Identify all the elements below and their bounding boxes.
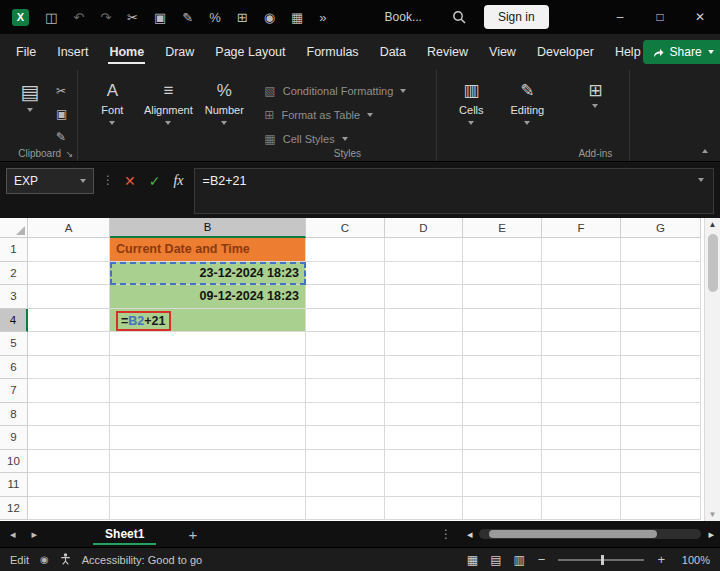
cell-A12[interactable] — [28, 497, 110, 521]
share-button[interactable]: Share — [643, 40, 720, 64]
format-as-table-button[interactable]: ⊞Format as Table — [264, 104, 430, 125]
save-icon[interactable]: ◫ — [45, 11, 57, 24]
tab-view[interactable]: View — [487, 35, 518, 69]
cell-F11[interactable] — [542, 473, 621, 497]
minimize-button[interactable]: – — [600, 0, 640, 34]
row-header-6[interactable]: 6 — [0, 356, 28, 380]
cell-B4[interactable]: =B2+21 — [110, 309, 306, 333]
cell-G7[interactable] — [621, 379, 701, 403]
collapse-ribbon-icon[interactable] — [702, 149, 708, 153]
cut-icon[interactable]: ✂ — [127, 11, 138, 24]
row-header-12[interactable]: 12 — [0, 497, 28, 521]
cell-D9[interactable] — [385, 426, 463, 450]
name-box[interactable]: EXP — [6, 168, 94, 194]
cell-F9[interactable] — [542, 426, 621, 450]
excel-logo-icon[interactable]: X — [12, 9, 29, 26]
cell-F12[interactable] — [542, 497, 621, 521]
row-header-7[interactable]: 7 — [0, 379, 28, 403]
close-button[interactable]: ✕ — [680, 0, 720, 34]
column-header-E[interactable]: E — [463, 218, 542, 238]
tab-page-layout[interactable]: Page Layout — [213, 35, 287, 69]
cell-C2[interactable] — [306, 262, 385, 286]
cell-E4[interactable] — [463, 309, 542, 333]
cell-C4[interactable] — [306, 309, 385, 333]
addins-button[interactable]: ⊞ — [567, 74, 623, 108]
cell-G9[interactable] — [621, 426, 701, 450]
cell-E3[interactable] — [463, 285, 542, 309]
cell-E1[interactable] — [463, 238, 542, 262]
cell-B8[interactable] — [110, 403, 306, 427]
scroll-up-icon[interactable]: ▲ — [709, 218, 717, 231]
new-sheet-button[interactable]: + — [188, 526, 197, 543]
row-header-9[interactable]: 9 — [0, 426, 28, 450]
vertical-scrollbar-thumb[interactable] — [708, 234, 718, 292]
cell-F3[interactable] — [542, 285, 621, 309]
cell-E6[interactable] — [463, 356, 542, 380]
cell-D12[interactable] — [385, 497, 463, 521]
column-header-B[interactable]: B — [110, 218, 306, 238]
expand-formula-bar-icon[interactable] — [698, 178, 704, 182]
cell-F7[interactable] — [542, 379, 621, 403]
cell-D3[interactable] — [385, 285, 463, 309]
row-header-2[interactable]: 2 — [0, 262, 28, 286]
sheet-options-icon[interactable]: ⋮ — [440, 527, 452, 541]
percent-style-icon[interactable]: % — [209, 11, 221, 24]
cell-G6[interactable] — [621, 356, 701, 380]
zoom-out-button[interactable]: − — [538, 552, 546, 567]
cell-B12[interactable] — [110, 497, 306, 521]
column-header-F[interactable]: F — [542, 218, 621, 238]
cell-A1[interactable] — [28, 238, 110, 262]
cell-E10[interactable] — [463, 450, 542, 474]
cell-A2[interactable] — [28, 262, 110, 286]
tab-developer[interactable]: Developer — [535, 35, 596, 69]
number-button[interactable]: %Number — [196, 74, 252, 125]
insert-function-icon[interactable]: fx — [173, 173, 183, 189]
cell-D5[interactable] — [385, 332, 463, 356]
row-header-4[interactable]: 4 — [0, 309, 28, 333]
horizontal-scrollbar-track[interactable] — [479, 529, 701, 539]
cell-G11[interactable] — [621, 473, 701, 497]
next-sheet-icon[interactable]: ▸ — [32, 528, 38, 541]
cell-B10[interactable] — [110, 450, 306, 474]
page-layout-view-icon[interactable]: ▤ — [490, 553, 501, 567]
row-header-1[interactable]: 1 — [0, 238, 28, 262]
cell-B9[interactable] — [110, 426, 306, 450]
cell-A4[interactable] — [28, 309, 110, 333]
undo-icon[interactable]: ↶ — [73, 11, 84, 24]
cell-F10[interactable] — [542, 450, 621, 474]
cell-G10[interactable] — [621, 450, 701, 474]
copy-icon[interactable]: ▣ — [154, 11, 166, 24]
cell-A11[interactable] — [28, 473, 110, 497]
cell-E2[interactable] — [463, 262, 542, 286]
cell-D8[interactable] — [385, 403, 463, 427]
tab-review[interactable]: Review — [425, 35, 470, 69]
scroll-down-icon[interactable]: ▼ — [709, 508, 717, 521]
cell-C9[interactable] — [306, 426, 385, 450]
cell-F2[interactable] — [542, 262, 621, 286]
search-icon[interactable] — [452, 10, 466, 24]
normal-view-icon[interactable]: ▦ — [467, 553, 478, 567]
sign-in-button[interactable]: Sign in — [484, 5, 549, 29]
cell-A10[interactable] — [28, 450, 110, 474]
cell-D4[interactable] — [385, 309, 463, 333]
zoom-level[interactable]: 100% — [678, 554, 710, 566]
alignment-button[interactable]: ≡Alignment — [140, 74, 196, 125]
column-header-A[interactable]: A — [28, 218, 110, 238]
row-header-8[interactable]: 8 — [0, 403, 28, 427]
cell-B7[interactable] — [110, 379, 306, 403]
zoom-in-button[interactable]: + — [657, 552, 665, 567]
scroll-right-icon[interactable]: ▸ — [708, 528, 714, 541]
format-painter-icon[interactable]: ✎ — [182, 11, 193, 24]
cell-E5[interactable] — [463, 332, 542, 356]
cell-C8[interactable] — [306, 403, 385, 427]
cell-G8[interactable] — [621, 403, 701, 427]
cell-E9[interactable] — [463, 426, 542, 450]
cell-G5[interactable] — [621, 332, 701, 356]
accessibility-status[interactable]: Accessibility: Good to go — [82, 554, 202, 566]
copy-icon[interactable]: ▣ — [56, 107, 67, 121]
tab-data[interactable]: Data — [378, 35, 408, 69]
cell-A7[interactable] — [28, 379, 110, 403]
cell-G3[interactable] — [621, 285, 701, 309]
cell-A3[interactable] — [28, 285, 110, 309]
cell-F6[interactable] — [542, 356, 621, 380]
